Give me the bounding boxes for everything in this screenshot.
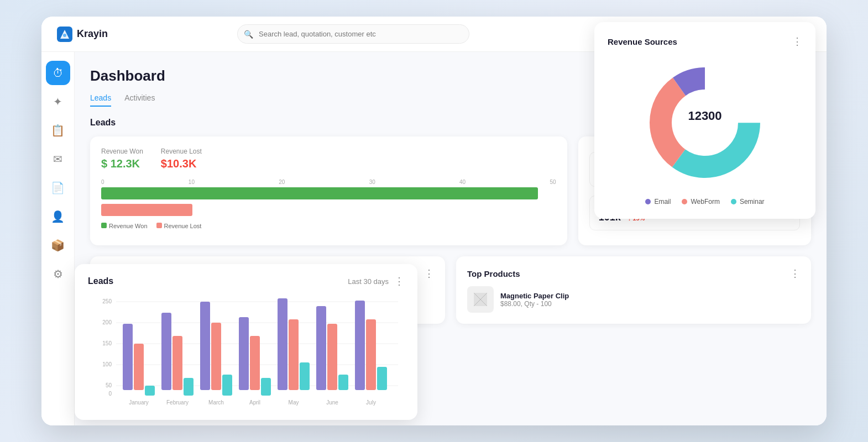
revenue-won-value: $ 12.3K: [101, 157, 143, 170]
svg-rect-36: [366, 319, 376, 390]
tab-leads[interactable]: Leads: [90, 93, 111, 107]
donut-legend: Email WebForm Seminar: [608, 198, 802, 206]
product-thumbnail: [467, 286, 494, 313]
logo-icon: [57, 27, 72, 42]
leads-chart-title: Leads: [88, 276, 113, 286]
revenue-lost-label: Revenue Lost: [161, 148, 202, 155]
leads-chart-header: Leads Last 30 days ⋮: [88, 275, 404, 287]
top-products-title: Top Products: [467, 269, 520, 278]
svg-rect-34: [338, 375, 348, 390]
svg-text:150: 150: [102, 340, 112, 346]
revenue-won-label: Revenue Won: [101, 148, 143, 155]
svg-rect-30: [289, 319, 299, 390]
webform-dot: [682, 199, 687, 204]
top-products-more-icon[interactable]: ⋮: [790, 267, 800, 280]
legend-seminar: Seminar: [731, 198, 765, 206]
logo-text: Krayin: [77, 28, 108, 40]
svg-text:February: February: [166, 399, 189, 406]
sidebar-item-products[interactable]: 📦: [46, 233, 70, 257]
top-products-card: Top Products ⋮ Magnetic Paper Cl: [456, 256, 811, 324]
sidebar-item-leads[interactable]: ✦: [46, 90, 70, 114]
app-logo: Krayin: [57, 27, 108, 42]
svg-rect-26: [239, 317, 249, 390]
svg-rect-29: [278, 298, 287, 390]
svg-rect-25: [222, 375, 232, 396]
revenue-stats: Revenue Won $ 12.3K Revenue Lost $10.3K: [101, 148, 556, 170]
revenue-bar-chart: 01020304050: [101, 179, 556, 234]
bar-row-won: [101, 187, 556, 199]
leads-chart-more-icon[interactable]: ⋮: [394, 275, 404, 287]
legend-email: Email: [645, 198, 671, 206]
tab-activities[interactable]: Activities: [124, 93, 155, 107]
svg-rect-31: [300, 362, 310, 390]
svg-rect-17: [123, 324, 133, 390]
leads-chart-meta: Last 30 days ⋮: [348, 275, 404, 287]
svg-text:50: 50: [106, 382, 112, 388]
revenue-sources-panel: Revenue Sources ⋮ 12300: [594, 22, 815, 219]
bar-chart-labels: 01020304050: [101, 179, 556, 185]
svg-rect-23: [200, 302, 210, 390]
leads-chart-panel: Leads Last 30 days ⋮ 250 200 150 100: [75, 264, 417, 420]
svg-rect-20: [161, 313, 171, 390]
svg-text:0: 0: [108, 391, 112, 397]
search-input[interactable]: [237, 24, 469, 44]
svg-rect-22: [184, 378, 194, 396]
svg-rect-18: [134, 344, 144, 390]
sidebar-item-mail[interactable]: ✉: [46, 147, 70, 171]
donut-chart-svg: 12300: [639, 56, 771, 189]
svg-rect-21: [172, 336, 182, 390]
svg-rect-33: [327, 324, 337, 390]
revenue-sources-title: Revenue Sources: [608, 37, 677, 46]
product-details: Magnetic Paper Clip $88.00, Qty - 100: [500, 292, 569, 308]
svg-text:200: 200: [102, 319, 112, 325]
svg-text:July: July: [366, 399, 376, 406]
bar-chart-bars: [101, 187, 556, 216]
bar-row-lost: [101, 204, 556, 216]
sidebar-item-notes[interactable]: 📄: [46, 176, 70, 200]
email-label: Email: [654, 198, 671, 206]
svg-text:June: June: [326, 399, 338, 406]
webform-label: WebForm: [691, 198, 719, 206]
seminar-label: Seminar: [740, 198, 765, 206]
svg-rect-37: [377, 367, 387, 390]
svg-point-48: [673, 91, 737, 155]
bar-legend: Revenue Won Revenue Lost: [101, 223, 556, 229]
revenue-sources-more-icon[interactable]: ⋮: [792, 35, 802, 48]
svg-text:100: 100: [102, 361, 112, 367]
svg-text:12300: 12300: [688, 109, 721, 123]
revenue-sources-header: Revenue Sources ⋮: [608, 35, 802, 48]
donut-container: 12300: [608, 56, 802, 189]
revenue-won-block: Revenue Won $ 12.3K: [101, 148, 143, 170]
svg-text:250: 250: [102, 298, 112, 304]
search-bar[interactable]: 🔍: [237, 24, 469, 44]
svg-rect-35: [355, 301, 365, 390]
product-price: $88.00, Qty - 100: [500, 300, 569, 308]
leads-chart-period: Last 30 days: [348, 277, 389, 286]
svg-rect-19: [145, 386, 155, 396]
legend-webform: WebForm: [682, 198, 719, 206]
product-name: Magnetic Paper Clip: [500, 292, 569, 300]
leads-bar-chart-svg: 250 200 150 100 50 0: [88, 296, 404, 407]
revenue-lost-value: $10.3K: [161, 157, 202, 170]
top-org-more-icon[interactable]: ⋮: [424, 267, 434, 280]
svg-rect-24: [211, 323, 221, 390]
sidebar-item-tasks[interactable]: 📋: [46, 118, 70, 143]
svg-rect-27: [250, 336, 260, 390]
seminar-dot: [731, 199, 736, 204]
sidebar-item-contacts[interactable]: 👤: [46, 204, 70, 229]
revenue-lost-block: Revenue Lost $10.3K: [161, 148, 202, 170]
revenue-card: Revenue Won $ 12.3K Revenue Lost $10.3K …: [90, 136, 567, 245]
sidebar: ⏱ ✦ 📋 ✉ 📄 👤 📦 ⚙: [41, 52, 75, 425]
svg-text:May: May: [289, 399, 299, 406]
svg-text:April: April: [249, 399, 260, 406]
product-item: Magnetic Paper Clip $88.00, Qty - 100: [467, 286, 800, 313]
search-icon: 🔍: [244, 30, 253, 39]
email-dot: [645, 199, 651, 204]
svg-rect-32: [316, 306, 326, 390]
top-products-header: Top Products ⋮: [467, 267, 800, 280]
svg-point-2: [63, 34, 66, 37]
sidebar-item-settings[interactable]: ⚙: [46, 262, 70, 286]
svg-rect-28: [261, 378, 271, 396]
sidebar-item-dashboard[interactable]: ⏱: [46, 61, 70, 85]
svg-text:March: March: [208, 399, 224, 406]
